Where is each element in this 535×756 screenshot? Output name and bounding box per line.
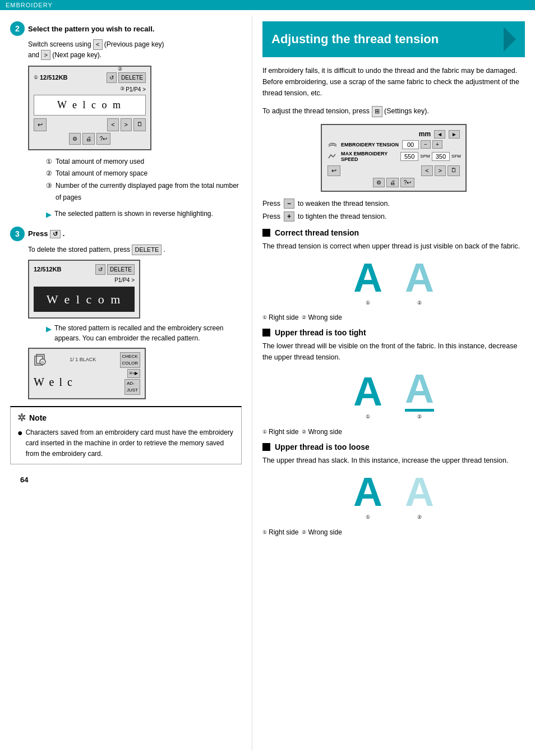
correct-label1: ① Right side [262, 314, 298, 321]
correct-square-icon [262, 229, 270, 237]
settings-icon-row: ⚙ 🖨 ?↩ [328, 178, 460, 187]
tight-square-icon [262, 329, 270, 336]
press-plus-label: Press [262, 213, 280, 220]
list-text1: Total amount of memory used [56, 156, 144, 168]
speed-icon [328, 153, 338, 160]
thread-icon [328, 141, 338, 149]
correct-label2-text: Wrong side [308, 314, 342, 321]
lcd1-memory: 12/512KB [40, 73, 68, 82]
lcd1-icon3[interactable]: 🗒 [133, 118, 146, 131]
lcd3-btn-row2: ≡>▶ [127, 369, 140, 378]
lcd1-nav-row: ↩ < > 🗒 [34, 118, 146, 131]
minus-btn[interactable]: − [284, 199, 294, 209]
lcd3-btn-row1: CHECK COLOR [120, 352, 140, 368]
lcd2-recall-btn[interactable]: ↺ [95, 264, 105, 275]
lcd3-check-btn[interactable]: CHECK COLOR [120, 352, 140, 368]
tight-heading: Upper thread is too tight [262, 328, 525, 337]
lcd1-recall-btn[interactable]: ↺ [107, 72, 117, 83]
speed-display2: 350 [432, 152, 450, 161]
tight-letter1: A [353, 371, 382, 412]
speed-icon-svg [328, 153, 338, 160]
tension-display: 00 [402, 140, 419, 149]
settings-left-btn[interactable]: < [421, 165, 432, 176]
tight-label2-text: Wrong side [308, 428, 342, 436]
lcd1-delete-btn[interactable]: DELETE [118, 72, 146, 83]
step3-recall-btn[interactable]: ↺ [50, 230, 61, 238]
note-bullet: ● Characters saved from an embroidery ca… [17, 427, 234, 460]
tension-icon [328, 141, 338, 149]
lcd1-btns-right: ↺ DELETE [107, 72, 146, 83]
lcd2-btns: ↺ DELETE [95, 264, 135, 275]
step3-delete-btn[interactable]: DELETE [132, 245, 162, 255]
prev-key-btn[interactable]: < [93, 39, 102, 50]
lcd3-right-btns: CHECK COLOR [120, 352, 140, 368]
settings-right-btn[interactable]: > [435, 165, 446, 176]
lcd3-top: o 1/ 1 BLACK CHECK COLOR [34, 352, 140, 368]
lcd1-gear-btn[interactable]: ⚙ [69, 133, 81, 145]
settings-doc-btn[interactable]: 🗒 [448, 165, 460, 176]
loose-label2: ② Wrong side [302, 528, 342, 536]
lcd-screen2: 12/512KB ↺ DELETE P1/P4 > W e l c o m [28, 260, 140, 319]
press-minus-row: Press − to weaken the thread tension. [262, 199, 525, 209]
settings-print-btn[interactable]: 🖨 [386, 178, 399, 187]
plus-btn[interactable]: + [284, 211, 294, 222]
loose-letter2-item: A ② [405, 472, 434, 523]
step3-bullet: ▶ The stored pattern is recalled and the… [46, 323, 242, 343]
lcd1-left-btn[interactable]: < [107, 118, 118, 131]
correct-label2: ② Wrong side [302, 314, 342, 321]
loose-letter2: A [405, 472, 434, 512]
lcd1-print-btn[interactable]: 🖨 [82, 133, 95, 145]
speed-unit2: SFM [451, 154, 461, 159]
lcd1-top-row: ① 12/512KB ↺ DELETE [34, 72, 146, 83]
correct-label1-text: Right side [269, 314, 298, 321]
tension-plus-btn[interactable]: + [432, 140, 442, 149]
right-column: Adjusting the thread tension If embroide… [252, 16, 535, 750]
right-body2: To adjust the thread tension, press ⊞ (S… [262, 105, 525, 117]
loose-label2-num: ② [417, 514, 422, 520]
correct-tension-text: The thread tension is correct when upper… [262, 241, 525, 252]
step2-desc2: and [28, 51, 39, 59]
press-plus-text: to tighten the thread tension. [298, 213, 386, 220]
lcd3-middle: W e l c ≡>▶ AD- JUST [34, 369, 140, 395]
settings-speed-label: MAX EMBROIDERY SPEED [341, 151, 397, 162]
tight-label2: ② Wrong side [302, 428, 342, 436]
tight-heading-text: Upper thread is too tight [275, 328, 366, 337]
lcd1-back-btn[interactable]: ↩ [34, 118, 47, 131]
lcd1-right-btn[interactable]: > [121, 118, 132, 131]
note-box: ✲ Note ● Characters saved from an embroi… [10, 406, 242, 465]
lcd1-help-btn[interactable]: ?↩ [96, 133, 111, 145]
note-text: Characters saved from an embroidery card… [26, 427, 234, 460]
lcd3-adj-btn[interactable]: AD- JUST [124, 379, 140, 395]
loose-label2-text: Wrong side [308, 528, 342, 536]
loose-label1-num: ① [366, 514, 370, 520]
settings-help-btn[interactable]: ?↩ [400, 178, 415, 187]
list-num1: ① [46, 156, 52, 168]
settings-key-btn[interactable]: ⊞ [372, 106, 382, 117]
settings-gear-btn[interactable]: ⚙ [373, 178, 385, 187]
settings-back-btn[interactable]: ↩ [328, 165, 340, 176]
step2-next-key-text: (Next page key). [52, 51, 102, 59]
settings-nav-row: ↩ < > 🗒 [328, 165, 460, 176]
left-column: 2 Select the pattern you wish to recall.… [0, 16, 252, 750]
section-title-arrow [504, 27, 516, 52]
tension-minus-btn[interactable]: − [421, 140, 431, 149]
tight-label2-num: ② [417, 414, 422, 420]
correct-tension-heading: Correct thread tension [262, 228, 525, 237]
lcd-screen1: ② ① 12/512KB ↺ DELETE ③ [28, 66, 151, 150]
lcd2-delete-btn[interactable]: DELETE [107, 264, 135, 275]
settings-nav-left[interactable]: ◄ [434, 130, 445, 139]
correct-letter2: A [405, 257, 434, 298]
settings-nav-right[interactable]: ► [449, 130, 460, 139]
settings-nav-btns: < > 🗒 [421, 165, 460, 176]
lcd3-nav-btn[interactable]: ≡>▶ [127, 369, 140, 378]
lcd1-nav-btns: < > 🗒 [107, 118, 146, 131]
lcd-screen3: o 1/ 1 BLACK CHECK COLOR W e l c [28, 348, 146, 399]
tight-label1-num: ① [366, 414, 370, 420]
loose-diagram: A ① A ② [262, 472, 525, 523]
tight-letter1-item: A ① [353, 371, 382, 422]
correct-sup1: ① [262, 315, 267, 320]
list-num2: ② [46, 168, 52, 180]
next-key-btn[interactable]: > [41, 50, 50, 61]
note-title: Note [29, 413, 47, 422]
press-minus-label: Press [262, 200, 280, 208]
